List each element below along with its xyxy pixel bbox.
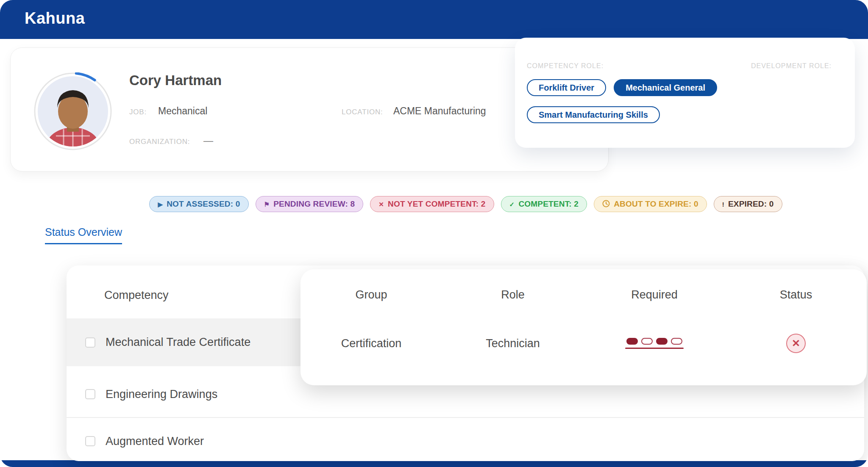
tab-status-overview[interactable]: Status Overview <box>45 226 122 244</box>
exclamation-icon: ! <box>722 201 724 207</box>
badge-expired[interactable]: ! EXPIRED: 0 <box>714 196 782 212</box>
row-divider <box>67 417 864 418</box>
competency-cell: Engineering Drawings <box>106 388 217 401</box>
flag-icon: ⚑ <box>264 201 270 207</box>
brand-logo: Kahuna <box>25 9 85 28</box>
progress-pill-empty <box>641 338 653 345</box>
table-row[interactable]: Mechanical Trade Certificate <box>85 318 250 366</box>
badge-label: NOT YET COMPETENT: 2 <box>388 199 486 209</box>
badge-label: COMPETENT: 2 <box>518 199 579 209</box>
badge-not-assessed[interactable]: ▶ NOT ASSESSED: 0 <box>149 196 248 212</box>
column-header-role: Role <box>501 288 525 301</box>
badge-pending-review[interactable]: ⚑ PENDING REVIEW: 8 <box>256 196 364 212</box>
avatar <box>34 72 112 150</box>
row-checkbox[interactable] <box>85 389 95 399</box>
table-row[interactable]: Engineering Drawings <box>85 373 217 415</box>
row-checkbox[interactable] <box>85 436 95 446</box>
badge-not-yet-competent[interactable]: ✕ NOT YET COMPETENT: 2 <box>370 196 494 212</box>
play-icon: ▶ <box>158 201 163 207</box>
detail-row: Certification Technician ✕ <box>300 334 867 353</box>
organization-label: ORGANIZATION: <box>129 138 190 146</box>
status-not-competent-icon[interactable]: ✕ <box>786 334 806 353</box>
location-value: ACME Manufacturing <box>393 105 486 117</box>
column-header-group: Group <box>355 288 387 301</box>
badge-label: PENDING REVIEW: 8 <box>273 199 355 209</box>
row-checkbox[interactable] <box>85 337 95 348</box>
profile-name: Cory Hartman <box>129 72 222 88</box>
location-label: LOCATION: <box>342 108 383 116</box>
status-badges-row: ▶ NOT ASSESSED: 0 ⚑ PENDING REVIEW: 8 ✕ … <box>0 196 868 212</box>
bottom-frame <box>0 460 868 467</box>
badge-about-to-expire[interactable]: ABOUT TO EXPIRE: 0 <box>594 196 707 212</box>
competency-cell: Augmented Worker <box>106 435 204 448</box>
progress-underline <box>625 348 684 349</box>
role-cell: Technician <box>486 337 540 350</box>
progress-pill-filled <box>656 338 668 345</box>
app-window: Kahuna Cory Hartman JOB: Mecha <box>0 0 868 467</box>
role-pill-smart-manufacturing-skills[interactable]: Smart Manufacturing Skills <box>527 106 660 123</box>
progress-pill-filled <box>626 338 638 345</box>
badge-label: NOT ASSESSED: 0 <box>167 199 240 209</box>
column-header-required: Required <box>631 288 678 301</box>
clock-icon <box>602 200 610 208</box>
role-pill-mechanical-general[interactable]: Mechanical General <box>614 79 717 96</box>
check-icon: ✓ <box>509 201 515 207</box>
badge-label: EXPIRED: 0 <box>728 199 774 209</box>
development-role-label: DEVELOPMENT ROLE: <box>751 62 832 70</box>
role-pill-forklift-driver[interactable]: Forklift Driver <box>527 79 606 96</box>
badge-competent[interactable]: ✓ COMPETENT: 2 <box>501 196 587 212</box>
header-bar: Kahuna <box>0 0 868 39</box>
table-row[interactable]: Augmented Worker <box>85 419 204 461</box>
organization-value: — <box>203 135 213 146</box>
required-progress <box>625 338 684 349</box>
competency-cell: Mechanical Trade Certificate <box>106 336 250 349</box>
job-value: Mechanical <box>158 105 207 117</box>
job-label: JOB: <box>129 108 147 116</box>
x-icon: ✕ <box>378 201 384 207</box>
badge-label: ABOUT TO EXPIRE: 0 <box>614 199 698 209</box>
column-header-status: Status <box>780 288 812 301</box>
progress-pill-empty <box>671 338 682 345</box>
group-cell: Certification <box>341 337 402 350</box>
column-header-competency: Competency <box>104 289 169 302</box>
detail-panel: Group Role Required Status Certification… <box>300 269 867 385</box>
roles-panel: COMPETENCY ROLE: DEVELOPMENT ROLE: Forkl… <box>515 38 855 148</box>
competency-role-label: COMPETENCY ROLE: <box>527 62 604 70</box>
